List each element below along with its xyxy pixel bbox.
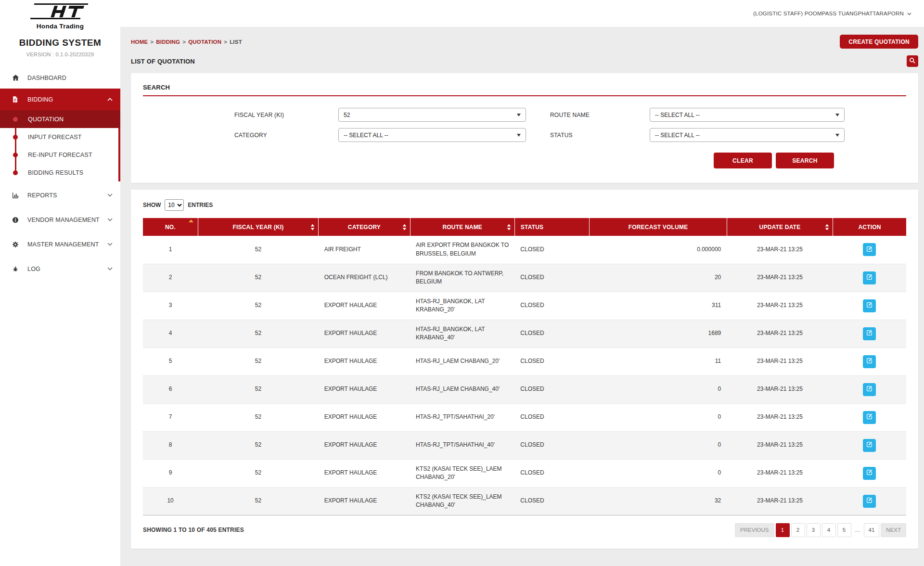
page-number-button[interactable]: 5 xyxy=(837,523,851,537)
cell-no: 10 xyxy=(143,487,198,515)
search-button[interactable]: SEARCH xyxy=(776,153,834,168)
previous-page-button[interactable]: PREVIOUS xyxy=(735,523,774,537)
chevron-down-icon xyxy=(835,134,839,137)
last-page-button[interactable]: 41 xyxy=(864,523,880,537)
edit-quotation-button[interactable] xyxy=(863,411,876,424)
main-area: (LOGISTIC STAFF) POOMPASS TUANGPHATTARAP… xyxy=(120,0,924,566)
gear-icon xyxy=(12,241,24,248)
sidebar-item-input-forecast[interactable]: INPUT FORECAST xyxy=(0,128,120,146)
next-page-button[interactable]: NEXT xyxy=(881,523,906,537)
cell-category: EXPORT HAULAGE xyxy=(319,320,410,347)
breadcrumb-bidding[interactable]: BIDDING xyxy=(156,39,180,45)
fiscal-year-value: 52 xyxy=(344,112,350,118)
cell-action xyxy=(833,403,906,431)
show-label: SHOW xyxy=(143,202,161,208)
cell-status: CLOSED xyxy=(514,320,589,347)
search-form-row: CATEGORY -- SELECT ALL -- STATUS -- SELE… xyxy=(143,128,906,142)
sidebar-item-log[interactable]: LOG xyxy=(0,258,120,280)
edit-quotation-button[interactable] xyxy=(863,439,876,452)
edit-quotation-button[interactable] xyxy=(863,271,876,284)
table-row: 9 52 EXPORT HAULAGE KTS2 (KASAI TECK SEE… xyxy=(143,459,906,487)
search-toggle-button[interactable] xyxy=(907,55,918,67)
cell-route-name: FROM BANGKOK TO ANTWERP, BELGIUM xyxy=(410,264,514,292)
status-label: STATUS xyxy=(550,132,650,139)
column-label: FORECAST VOLUME xyxy=(629,224,688,231)
cell-forecast-volume: 0 xyxy=(590,431,727,459)
route-name-select[interactable]: -- SELECT ALL -- xyxy=(650,108,845,122)
column-header-category[interactable]: CATEGORY xyxy=(319,218,410,236)
cell-action xyxy=(833,347,906,375)
search-form-row: FISCAL YEAR (KI) 52 ROUTE NAME -- SELECT… xyxy=(143,108,906,122)
cell-update-date: 23-MAR-21 13:25 xyxy=(727,292,833,320)
cell-forecast-volume: 20 xyxy=(590,264,727,292)
route-name-value: -- SELECT ALL -- xyxy=(655,112,700,118)
cell-category: EXPORT HAULAGE xyxy=(319,347,410,375)
cell-status: CLOSED xyxy=(514,264,589,292)
cell-category: EXPORT HAULAGE xyxy=(319,459,410,487)
page-number-button[interactable]: 1 xyxy=(776,523,790,537)
category-value: -- SELECT ALL -- xyxy=(344,132,388,139)
cell-category: EXPORT HAULAGE xyxy=(319,292,410,320)
quotation-list-panel: SHOW 10 ENTRIES NO. xyxy=(131,190,918,549)
edit-pencil-icon xyxy=(866,469,873,477)
clear-button[interactable]: CLEAR xyxy=(714,153,772,168)
cell-fiscal-year: 52 xyxy=(198,403,319,431)
honda-trading-logo: Honda Trading xyxy=(0,0,120,30)
table-header-row: NO. FISCAL YEAR (KI) CATEGORY xyxy=(143,218,906,236)
cell-forecast-volume: 1689 xyxy=(590,320,727,347)
edit-quotation-button[interactable] xyxy=(863,299,876,312)
breadcrumb-quotation[interactable]: QUOTATION xyxy=(188,39,221,45)
edit-quotation-button[interactable] xyxy=(863,495,876,508)
edit-quotation-button[interactable] xyxy=(863,355,876,368)
sidebar-item-bidding-results[interactable]: BIDDING RESULTS xyxy=(0,164,120,181)
edit-quotation-button[interactable] xyxy=(863,327,876,340)
edit-quotation-button[interactable] xyxy=(863,467,876,480)
sidebar-item-dashboard[interactable]: DASHBOARD xyxy=(0,67,120,89)
sidebar-item-label: VENDOR MANAGEMENT xyxy=(27,217,107,223)
column-label: FISCAL YEAR (KI) xyxy=(232,224,283,231)
cell-fiscal-year: 52 xyxy=(198,375,319,403)
chevron-up-icon xyxy=(107,98,113,101)
table-footer: SHOWING 1 TO 10 OF 405 ENTRIES PREVIOUS … xyxy=(143,523,906,537)
breadcrumb-separator: > xyxy=(150,39,154,45)
page-number-button[interactable]: 2 xyxy=(791,523,805,537)
cell-fiscal-year: 52 xyxy=(198,459,319,487)
page-number-button[interactable]: 3 xyxy=(807,523,821,537)
sort-ascending-icon xyxy=(189,219,193,222)
column-header-route-name[interactable]: ROUTE NAME xyxy=(410,218,514,236)
table-row: 1 52 AIR FREIGHT AIR EXPORT FROM BANGKOK… xyxy=(143,236,906,264)
cell-forecast-volume: 32 xyxy=(590,487,727,515)
sidebar-item-reports[interactable]: REPORTS xyxy=(0,184,120,206)
create-quotation-button[interactable]: CREATE QUOTATION xyxy=(840,35,918,49)
sidebar-item-quotation[interactable]: QUOTATION xyxy=(0,110,120,128)
column-header-fiscal-year[interactable]: FISCAL YEAR (KI) xyxy=(198,218,319,236)
edit-quotation-button[interactable] xyxy=(863,383,876,396)
cell-status: CLOSED xyxy=(514,403,589,431)
status-select[interactable]: -- SELECT ALL -- xyxy=(650,128,845,142)
category-select[interactable]: -- SELECT ALL -- xyxy=(338,128,526,142)
pagination-ellipsis: ... xyxy=(853,527,862,533)
column-label: ACTION xyxy=(859,224,881,231)
sidebar-item-vendor-management[interactable]: VENDOR MANAGEMENT xyxy=(0,209,120,231)
edit-quotation-button[interactable] xyxy=(863,243,876,256)
submenu-item-label: INPUT FORECAST xyxy=(28,134,82,141)
column-header-no[interactable]: NO. xyxy=(143,218,198,236)
sidebar-item-bidding[interactable]: BIDDING xyxy=(0,89,120,110)
fiscal-year-select[interactable]: 52 xyxy=(338,108,526,122)
column-header-update-date[interactable]: UPDATE DATE xyxy=(727,218,833,236)
page-size-select[interactable]: 10 xyxy=(165,199,184,211)
cell-category: AIR FREIGHT xyxy=(319,236,410,264)
user-menu[interactable]: (LOGISTIC STAFF) POOMPASS TUANGPHATTARAP… xyxy=(753,11,911,16)
column-header-forecast-volume[interactable]: FORECAST VOLUME xyxy=(590,218,727,236)
page-number-button[interactable]: 4 xyxy=(822,523,836,537)
sidebar-item-re-input-forecast[interactable]: RE-INPUT FORECAST xyxy=(0,146,120,164)
sidebar-item-master-management[interactable]: MASTER MANAGEMENT xyxy=(0,233,120,255)
cell-route-name: HTAS-RJ_BANGKOK, LAT KRABANG_20' xyxy=(410,292,514,320)
app-title: BIDDING SYSTEM xyxy=(0,38,120,48)
column-header-status[interactable]: STATUS xyxy=(514,218,589,236)
chevron-down-icon xyxy=(107,193,113,197)
cell-update-date: 23-MAR-21 13:25 xyxy=(727,320,833,347)
breadcrumb-home[interactable]: HOME xyxy=(131,39,148,45)
breadcrumb-row: HOME > BIDDING > QUOTATION > LIST CREATE… xyxy=(131,35,918,49)
entries-summary: SHOWING 1 TO 10 OF 405 ENTRIES xyxy=(143,527,244,533)
